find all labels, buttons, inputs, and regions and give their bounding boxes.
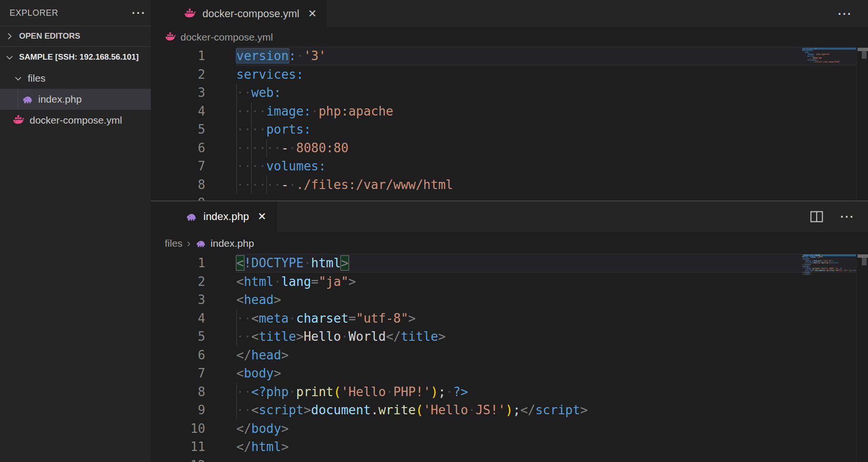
overview-cursor-mark xyxy=(857,254,868,258)
code-line[interactable]: 9 xyxy=(151,194,868,200)
workspace-section[interactable]: SAMPLE [SSH: 192.168.56.101] xyxy=(0,46,151,68)
scrollbar-thumb[interactable] xyxy=(862,258,867,265)
minimap[interactable]: version: '3'services: web: image: php:ap… xyxy=(802,48,856,66)
code-line[interactable]: 2services: xyxy=(151,65,868,84)
code-editor-php[interactable]: 1<!DOCTYPE·html>2<html·lang="ja">3<head>… xyxy=(151,253,868,462)
breadcrumb: docker-compose.yml xyxy=(151,27,868,47)
code-line[interactable]: 4····image:·php:apache xyxy=(151,102,868,121)
code-line[interactable]: 7<body> xyxy=(151,364,868,383)
line-number[interactable]: 4 xyxy=(151,309,205,328)
code-line[interactable]: 1version:·'3' xyxy=(151,47,868,65)
code-line[interactable]: 6······-·8080:80 xyxy=(151,139,868,158)
line-number[interactable]: 3 xyxy=(151,291,205,309)
line-number[interactable]: 7 xyxy=(151,364,205,383)
code-line[interactable]: 2<html·lang="ja"> xyxy=(151,273,868,291)
explorer-title: EXPLORER xyxy=(10,8,58,18)
indent-guide xyxy=(251,120,252,139)
line-number[interactable]: 9 xyxy=(151,401,205,420)
overview-ruler[interactable] xyxy=(856,253,868,462)
tab-bar: docker-compose.yml ✕ ··· xyxy=(151,0,868,27)
line-number[interactable]: 2 xyxy=(151,273,205,291)
line-number[interactable]: 12 xyxy=(151,456,205,462)
vscode-window: EXPLORER ··· OPEN EDITORS SAMPLE [SSH: 1… xyxy=(0,0,868,462)
code-line[interactable]: 11</html> xyxy=(151,438,868,456)
code-editor-yaml[interactable]: 1version:·'3'2services:3··web:4····image… xyxy=(151,47,868,200)
indent-guide xyxy=(251,157,252,176)
line-number[interactable]: 6 xyxy=(151,139,205,158)
minimap[interactable]: <!DOCTYPE html><html lang="ja"><head> <m… xyxy=(802,254,856,277)
line-number[interactable]: 6 xyxy=(151,346,205,365)
indent-guide xyxy=(236,176,237,194)
line-number[interactable]: 7 xyxy=(151,157,205,176)
editor-more-actions-icon[interactable]: ··· xyxy=(838,11,852,16)
line-number[interactable]: 4 xyxy=(151,102,205,121)
code-line[interactable]: 1<!DOCTYPE·html> xyxy=(151,254,868,273)
open-editors-label: OPEN EDITORS xyxy=(19,32,80,41)
code-line[interactable]: 3<head> xyxy=(151,291,868,309)
indent-guide xyxy=(236,102,237,121)
line-number[interactable]: 1 xyxy=(151,254,205,273)
indent-guide xyxy=(236,327,237,346)
open-editors-section[interactable]: OPEN EDITORS xyxy=(0,26,151,46)
breadcrumb-item[interactable]: docker-compose.yml xyxy=(180,32,273,43)
line-number[interactable]: 2 xyxy=(151,65,205,84)
code-line[interactable]: 5····ports: xyxy=(151,120,868,139)
code-line[interactable]: 3··web: xyxy=(151,84,868,102)
code-line[interactable]: 10</body> xyxy=(151,420,868,438)
file-label: index.php xyxy=(38,94,82,105)
indent-guide xyxy=(251,102,252,121)
line-number[interactable]: 5 xyxy=(151,120,205,139)
explorer-more-actions-icon[interactable]: ··· xyxy=(132,10,146,15)
code-line[interactable]: 12 xyxy=(151,456,868,462)
line-number[interactable]: 1 xyxy=(151,47,205,65)
code-line[interactable]: 7····volumes: xyxy=(151,157,868,176)
code-line[interactable]: 6</head> xyxy=(151,346,868,365)
code-line[interactable]: 8······-·./files:/var/www/html xyxy=(151,176,868,194)
code-line[interactable]: 9··<script>document.write('Hello·JS!');<… xyxy=(151,401,868,420)
file-label: docker-compose.yml xyxy=(30,115,122,126)
editor-group-top: docker-compose.yml ✕ ··· docker-compose.… xyxy=(151,0,868,200)
breadcrumb-item[interactable]: index.php xyxy=(211,238,254,249)
line-number[interactable]: 10 xyxy=(151,420,205,438)
tab-bar: index.php ✕ ··· xyxy=(151,201,868,232)
code-line[interactable]: 5··<title>Hello·World</title> xyxy=(151,327,868,346)
split-editor-icon[interactable] xyxy=(810,211,823,222)
tree-item-files-folder[interactable]: files xyxy=(0,68,151,89)
line-number[interactable]: 9 xyxy=(151,194,205,200)
line-number[interactable]: 11 xyxy=(151,438,205,456)
folder-label: files xyxy=(28,73,45,84)
php-file-icon xyxy=(185,210,197,223)
minimap-line xyxy=(802,63,856,65)
overview-ruler[interactable] xyxy=(856,47,868,200)
editor-group-bottom: index.php ✕ ··· files › index.php 1<!DOC… xyxy=(151,201,868,462)
tab-docker-compose[interactable]: docker-compose.yml ✕ xyxy=(151,0,327,27)
line-number[interactable]: 8 xyxy=(151,176,205,194)
breadcrumb-item[interactable]: files xyxy=(165,238,182,249)
code-line[interactable]: 4··<meta·charset="utf-8"> xyxy=(151,309,868,328)
scrollbar-thumb[interactable] xyxy=(862,51,867,59)
tab-label: index.php xyxy=(203,210,249,223)
code-line[interactable]: 8··<?php·print('Hello·PHP!');·?> xyxy=(151,383,868,401)
tree-item-docker-compose[interactable]: docker-compose.yml xyxy=(0,110,151,131)
tree-item-index-php[interactable]: index.php xyxy=(0,89,151,110)
workspace-label: SAMPLE [SSH: 192.168.56.101] xyxy=(19,52,138,62)
line-number[interactable]: 3 xyxy=(151,84,205,102)
php-file-icon xyxy=(195,238,206,249)
docker-file-icon xyxy=(12,114,25,126)
indent-guide xyxy=(236,84,237,102)
close-icon[interactable]: ✕ xyxy=(257,210,266,223)
editor-more-actions-icon[interactable]: ··· xyxy=(840,214,855,219)
line-number[interactable]: 5 xyxy=(151,327,205,346)
indent-guide xyxy=(236,401,237,420)
indent-guide xyxy=(266,139,267,158)
chevron-down-icon xyxy=(5,52,14,62)
explorer-header: EXPLORER ··· xyxy=(0,0,151,26)
line-number[interactable]: 8 xyxy=(151,383,205,401)
indent-guide xyxy=(236,383,237,401)
indent-guide xyxy=(236,309,237,328)
indent-guide xyxy=(266,176,267,194)
close-icon[interactable]: ✕ xyxy=(308,8,317,20)
breadcrumb-separator-icon: › xyxy=(187,237,191,250)
tab-index-php[interactable]: index.php ✕ xyxy=(151,201,277,232)
indent-guide xyxy=(236,139,237,158)
